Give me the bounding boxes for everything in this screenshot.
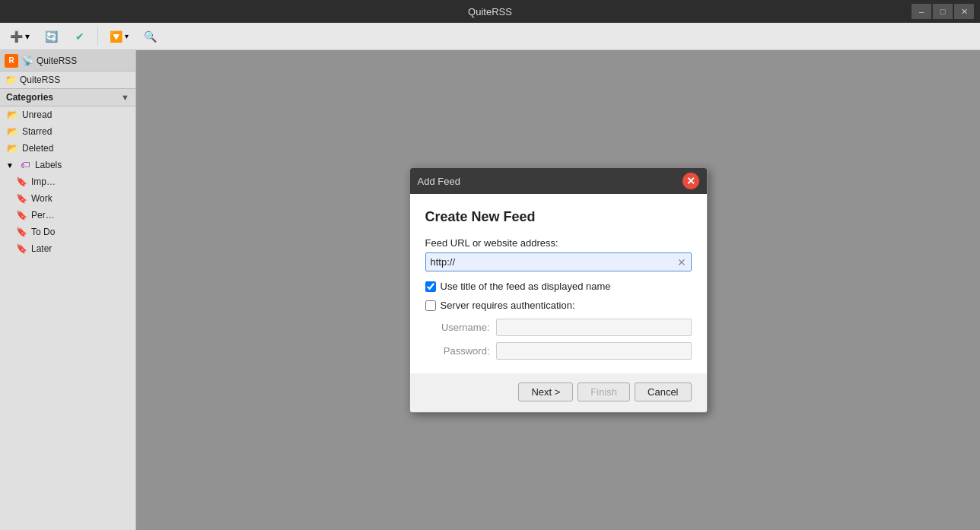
later-icon: 🔖 (15, 243, 27, 255)
finish-button[interactable]: Finish (578, 382, 630, 401)
username-row: Username: (425, 319, 692, 336)
sidebar-item-todo[interactable]: 🔖 To Do (0, 224, 135, 240)
sidebar-quiterss-label: QuiteRSS (20, 75, 60, 85)
dialog-heading: Create New Feed (425, 209, 692, 225)
filter-icon: 🔽 (108, 29, 123, 44)
starred-label: Starred (22, 126, 52, 137)
toolbar: ➕ ▾ 🔄 ✔ 🔽 ▾ 🔍 (0, 23, 980, 50)
dialog-buttons: Next > Finish Cancel (410, 373, 707, 412)
labels-expand-icon: ▼ (6, 161, 14, 170)
auth-row-checkbox: Server requires authentication: (425, 300, 692, 311)
per-icon: 🔖 (15, 209, 27, 221)
filter-button[interactable]: 🔽 ▾ (103, 26, 134, 47)
sidebar-feed-header: R 📡 QuiteRSS (0, 50, 135, 71)
search-icon: 🔍 (142, 29, 158, 44)
sidebar-item-starred[interactable]: 📂 Starred (0, 123, 135, 140)
auth-label[interactable]: Server requires authentication: (441, 300, 575, 311)
unread-label: Unread (22, 109, 52, 120)
dialog-content: Create New Feed Feed URL or website addr… (410, 194, 707, 373)
sidebar-item-labels[interactable]: ▼ 🏷 Labels (0, 157, 135, 173)
labels-icon: 🏷 (19, 159, 31, 171)
cancel-button[interactable]: Cancel (635, 382, 691, 401)
use-title-label[interactable]: Use title of the feed as displayed name (441, 281, 611, 292)
unread-icon: 📂 (6, 109, 18, 121)
sidebar-quiterss-item[interactable]: 📁 QuiteRSS (0, 71, 135, 88)
use-title-row: Use title of the feed as displayed name (425, 281, 692, 292)
update-icon: 🔄 (43, 29, 59, 44)
deleted-icon: 📂 (6, 142, 18, 154)
categories-header[interactable]: Categories ▼ (0, 88, 135, 106)
username-label: Username: (425, 322, 490, 333)
username-input[interactable] (496, 319, 692, 336)
maximize-button[interactable]: □ (933, 4, 953, 19)
categories-collapse-icon: ▼ (121, 93, 129, 102)
update-button[interactable]: 🔄 (38, 26, 64, 47)
use-title-checkbox[interactable] (425, 281, 436, 292)
sidebar-feed-name: QuiteRSS (37, 56, 77, 66)
modal-overlay: Add Feed ✕ Create New Feed Feed URL or w… (136, 50, 980, 530)
password-row: Password: (425, 342, 692, 360)
filter-arrow: ▾ (125, 32, 129, 40)
sidebar-item-later[interactable]: 🔖 Later (0, 240, 135, 257)
work-label: Work (31, 193, 52, 204)
window-controls: – □ ✕ (912, 4, 974, 19)
sidebar: R 📡 QuiteRSS 📁 QuiteRSS Categories ▼ 📂 U… (0, 50, 136, 530)
content-area: Add Feed ✕ Create New Feed Feed URL or w… (136, 50, 980, 530)
mark-button[interactable]: ✔ (67, 26, 93, 47)
per-label: Per… (31, 210, 55, 221)
url-clear-button[interactable]: ✕ (673, 255, 691, 270)
add-icon: ➕ (8, 29, 24, 44)
add-label: ▾ (25, 31, 30, 42)
dialog-close-button[interactable]: ✕ (682, 173, 699, 189)
sidebar-item-deleted[interactable]: 📂 Deleted (0, 140, 135, 157)
auth-checkbox[interactable] (425, 300, 436, 311)
search-button[interactable]: 🔍 (137, 26, 163, 47)
add-feed-dialog: Add Feed ✕ Create New Feed Feed URL or w… (409, 167, 708, 413)
password-input[interactable] (496, 342, 692, 360)
sidebar-categories-list: 📂 Unread 📂 Starred 📂 Deleted ▼ 🏷 La (0, 106, 135, 530)
password-label: Password: (425, 345, 490, 357)
minimize-button[interactable]: – (912, 4, 931, 19)
imp-label: Imp… (31, 176, 56, 187)
imp-icon: 🔖 (15, 176, 27, 188)
sidebar-item-unread[interactable]: 📂 Unread (0, 106, 135, 123)
title-bar: QuiteRSS – □ ✕ (0, 0, 980, 23)
url-label: Feed URL or website address: (425, 237, 692, 249)
dialog-title: Add Feed (418, 176, 460, 187)
url-input[interactable] (426, 253, 673, 271)
next-button[interactable]: Next > (518, 382, 573, 401)
url-input-wrapper: ✕ (425, 252, 692, 271)
feed-folder-icon: 📁 (5, 74, 17, 86)
sidebar-item-work[interactable]: 🔖 Work (0, 190, 135, 207)
app-title: QuiteRSS (468, 6, 512, 17)
sidebar-rss-icon2: 📡 (21, 55, 33, 66)
later-label: Later (31, 243, 52, 254)
dialog-titlebar: Add Feed ✕ (410, 168, 707, 194)
labels-label: Labels (35, 160, 62, 170)
todo-icon: 🔖 (15, 226, 27, 238)
app-body: ➕ ▾ 🔄 ✔ 🔽 ▾ 🔍 R 📡 QuiteRSS (0, 23, 980, 530)
main-layout: R 📡 QuiteRSS 📁 QuiteRSS Categories ▼ 📂 U… (0, 50, 980, 530)
categories-label: Categories (6, 92, 53, 103)
mark-icon: ✔ (72, 29, 88, 44)
sidebar-item-per[interactable]: 🔖 Per… (0, 207, 135, 224)
sidebar-item-imp[interactable]: 🔖 Imp… (0, 173, 135, 190)
toolbar-separator (97, 27, 98, 46)
deleted-label: Deleted (22, 143, 53, 154)
window-close-button[interactable]: ✕ (954, 4, 974, 19)
rss-icon: R (5, 54, 18, 68)
starred-icon: 📂 (6, 125, 18, 138)
work-icon: 🔖 (15, 192, 27, 205)
add-feed-button[interactable]: ➕ ▾ (3, 26, 35, 47)
todo-label: To Do (31, 227, 55, 237)
